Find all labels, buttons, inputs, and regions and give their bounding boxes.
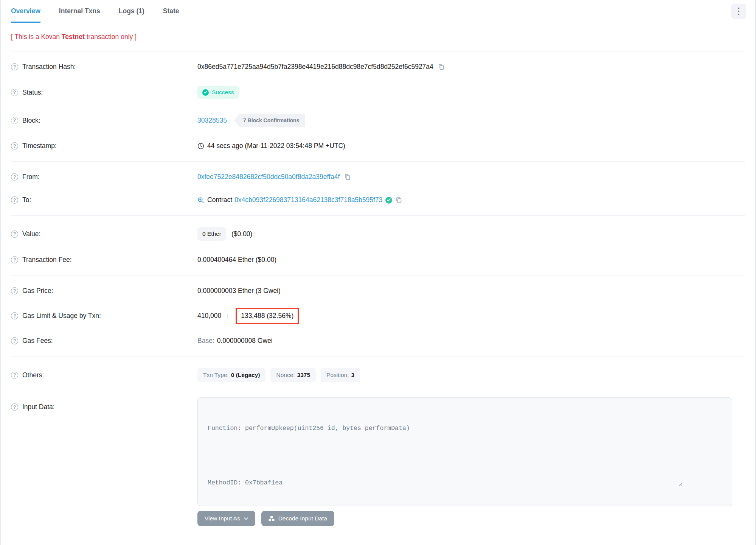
status-label: Status:: [22, 89, 43, 97]
from-label: From:: [22, 173, 40, 181]
tab-internal-txns[interactable]: Internal Txns: [59, 0, 100, 23]
gas-fees-label: Gas Fees:: [22, 337, 53, 345]
help-icon[interactable]: ?: [11, 256, 18, 263]
gas-fees-base-value: 0.000000008 Gwei: [217, 337, 273, 345]
row-status: ? Status: Success: [11, 78, 745, 106]
tab-logs[interactable]: Logs (1): [119, 0, 144, 23]
kebab-icon: [738, 8, 740, 9]
help-icon[interactable]: ?: [11, 117, 18, 124]
input-data-textarea[interactable]: Function: performUpkeep(uint256 id, byte…: [197, 397, 732, 506]
decode-input-data-button[interactable]: Decode Input Data: [261, 511, 334, 526]
help-icon[interactable]: ?: [11, 230, 18, 238]
transaction-fee-value: 0.000400464 Ether ($0.00): [197, 256, 276, 264]
help-icon[interactable]: ?: [11, 403, 18, 411]
gas-separator: |: [225, 313, 230, 319]
nonce-badge: Nonce: 3375: [270, 368, 316, 382]
timestamp-label: Timestamp:: [22, 142, 57, 150]
block-number-link[interactable]: 30328535: [197, 117, 227, 125]
value-label: Value:: [22, 230, 40, 238]
tab-state[interactable]: State: [163, 0, 179, 23]
row-gas-price: ? Gas Price: 0.000000003 Ether (3 Gwei): [11, 279, 745, 302]
help-icon[interactable]: ?: [11, 287, 18, 294]
group-gas: ? Gas Price: 0.000000003 Ether (3 Gwei) …: [11, 276, 745, 357]
copy-icon[interactable]: [344, 173, 351, 181]
gas-price-label: Gas Price:: [22, 287, 53, 295]
input-function-line: Function: performUpkeep(uint256 id, byte…: [208, 424, 722, 433]
clock-icon: [197, 143, 204, 149]
help-icon[interactable]: ?: [11, 173, 18, 181]
gas-limit-value: 410,000: [197, 312, 221, 320]
help-icon[interactable]: ?: [11, 337, 18, 344]
row-transaction-fee: ? Transaction Fee: 0.000400464 Ether ($0…: [11, 248, 745, 271]
to-label: To:: [22, 196, 31, 204]
chevron-down-icon: [244, 517, 248, 520]
view-input-as-button[interactable]: View Input As: [197, 511, 255, 526]
row-block: ? Block: 30328535 7 Block Confirmations: [11, 106, 745, 134]
testnet-warning: [ This is a Kovan Testnet transaction on…: [11, 23, 745, 51]
help-icon[interactable]: ?: [11, 312, 18, 319]
row-timestamp: ? Timestamp: 44 secs ago (Mar-11-2022 03…: [11, 134, 745, 157]
help-icon[interactable]: ?: [11, 142, 18, 149]
verified-contract-icon: [385, 197, 392, 204]
row-input-data: ? Input Data: Function: performUpkeep(ui…: [11, 390, 745, 534]
resize-grip-icon[interactable]: [678, 464, 730, 505]
block-confirmations-badge: 7 Block Confirmations: [234, 114, 305, 127]
copy-icon[interactable]: [395, 196, 402, 204]
gas-fees-base-label: Base:: [197, 337, 214, 345]
group-value-fee: ? Value: 0 Ether ($0.00) ? Transaction F…: [11, 216, 745, 276]
help-icon[interactable]: ?: [11, 196, 18, 204]
row-gas-limit-usage: ? Gas Limit & Usage by Txn: 410,000 | 13…: [11, 302, 745, 329]
value-usd: ($0.00): [231, 230, 252, 238]
magnifier-plus-icon: [197, 197, 204, 204]
row-gas-fees: ? Gas Fees: Base: 0.000000008 Gwei: [11, 329, 745, 352]
gas-usage-annotation-box: 133,488 (32.56%): [236, 308, 299, 324]
row-from: ? From: 0xfee7522e8482682cf50ddc50a0f8da…: [11, 165, 745, 188]
tabs: Overview Internal Txns Logs (1) State: [11, 0, 179, 23]
transaction-fee-label: Transaction Fee:: [22, 256, 72, 264]
check-circle-icon: [202, 89, 209, 96]
timestamp-value: 44 secs ago (Mar-11-2022 03:54:48 PM +UT…: [207, 142, 345, 150]
position-badge: Position: 3: [321, 368, 360, 382]
row-value: ? Value: 0 Ether ($0.00): [11, 220, 745, 248]
to-contract-word: Contract: [207, 196, 232, 204]
transaction-detail-card: Overview Internal Txns Logs (1) State [ …: [0, 0, 756, 545]
group-from-to: ? From: 0xfee7522e8482682cf50ddc50a0f8da…: [11, 162, 745, 216]
status-badge: Success: [197, 86, 239, 99]
row-to: ? To: Contract 0x4cb093f226983713164a621…: [11, 188, 745, 212]
help-icon[interactable]: ?: [11, 89, 18, 96]
others-label: Others:: [22, 371, 44, 379]
row-transaction-hash: ? Transaction Hash: 0x86ed5a771e725aa94d…: [11, 55, 745, 78]
help-icon[interactable]: ?: [11, 372, 18, 379]
input-param-line: [0]:000000000000000000000000000000000000…: [208, 506, 722, 506]
txn-type-badge: Txn Type: 0 (Legacy): [197, 368, 265, 382]
row-others: ? Others: Txn Type: 0 (Legacy) Nonce: 33…: [11, 360, 745, 390]
help-icon[interactable]: ?: [11, 63, 18, 70]
more-options-button[interactable]: [731, 4, 746, 19]
tab-overview[interactable]: Overview: [11, 0, 40, 23]
transaction-hash-value: 0x86ed5a771e725aa94d5b7fa2398e4419e216d8…: [197, 63, 433, 71]
input-methodid-line: MethodID: 0x7bbaf1ea: [208, 478, 722, 487]
group-others-input: ? Others: Txn Type: 0 (Legacy) Nonce: 33…: [11, 357, 745, 537]
to-address-link[interactable]: 0x4cb093f226983713164a62138c3f718a5b595f…: [234, 196, 382, 204]
cubes-icon: [269, 516, 275, 522]
tab-bar: Overview Internal Txns Logs (1) State: [1, 0, 755, 23]
gas-price-value: 0.000000003 Ether (3 Gwei): [197, 287, 281, 295]
copy-icon[interactable]: [438, 63, 445, 70]
gas-limit-usage-label: Gas Limit & Usage by Txn:: [22, 312, 101, 320]
group-overview-top: ? Transaction Hash: 0x86ed5a771e725aa94d…: [11, 51, 745, 162]
input-data-label: Input Data:: [22, 403, 55, 411]
transaction-hash-label: Transaction Hash:: [22, 63, 76, 71]
block-label: Block:: [22, 117, 40, 125]
value-amount-badge: 0 Ether: [197, 227, 226, 241]
from-address-link[interactable]: 0xfee7522e8482682cf50ddc50a0f8da2a39effa…: [197, 173, 340, 181]
